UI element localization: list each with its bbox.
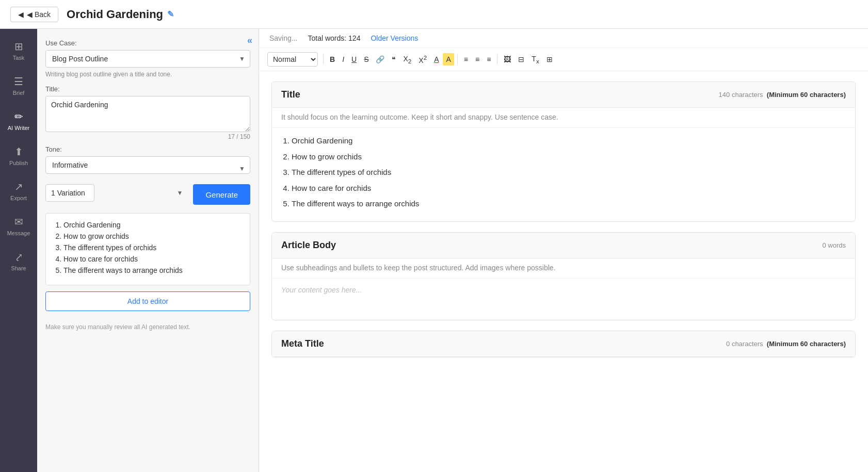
share-label: Share (11, 265, 26, 271)
superscript-button[interactable]: X2 (415, 52, 430, 67)
title-char-info: 140 characters (Minimum 60 characters) (719, 91, 846, 99)
task-label: Task (13, 55, 25, 61)
page-title: Orchid Gardening ✎ (67, 8, 174, 21)
article-body-hint: Use subheadings and bullets to keep the … (272, 258, 855, 279)
saving-indicator: Saving... (269, 34, 297, 42)
article-body-section: Article Body 0 words Use subheadings and… (271, 232, 856, 320)
collapse-button[interactable]: « (247, 35, 252, 46)
sidebar-item-publish[interactable]: ⬆ Publish (0, 139, 37, 172)
article-body-title: Article Body (281, 240, 336, 251)
list-item: The different ways to arrange orchids (292, 198, 846, 210)
share-icon: ⤤ (14, 251, 23, 263)
ai-writer-icon: ✏ (14, 110, 23, 123)
left-panel: « Use Case: Blog Post Outline Article So… (37, 29, 259, 472)
list-item: How to grow orchids (63, 232, 242, 240)
list-item: The different types of orchids (63, 243, 242, 252)
topbar: ◀ ◀ Back Orchid Gardening ✎ (0, 0, 868, 29)
use-case-description: Writing blog post outline given a title … (45, 71, 250, 78)
insert-button[interactable]: ⊞ (543, 53, 556, 66)
title-input[interactable]: Orchid Gardening (45, 96, 250, 132)
sidebar-item-share[interactable]: ⤤ Share (0, 245, 37, 278)
generate-row: 1 Variation 2 Variations 3 Variations ▼ … (45, 184, 250, 205)
add-to-editor-button[interactable]: Add to editor (45, 291, 250, 311)
toolbar-divider-3 (497, 54, 497, 64)
ordered-list-button[interactable]: ≡ (461, 53, 471, 66)
toolbar-divider (323, 54, 324, 64)
use-case-wrapper: Blog Post Outline Article Social Post Em… (45, 50, 250, 68)
bold-button[interactable]: B (327, 53, 338, 66)
title-section: Title 140 characters (Minimum 60 charact… (271, 82, 856, 222)
back-button[interactable]: ◀ ◀ Back (10, 7, 58, 22)
variation-arrow-icon: ▼ (177, 189, 183, 197)
generate-button[interactable]: Generate (193, 184, 250, 205)
list-item: How to grow orchids (292, 151, 846, 163)
clear-format-button[interactable]: Tx (528, 53, 542, 67)
article-body-content[interactable]: Your content goes here... (272, 279, 855, 320)
article-body-header: Article Body 0 words (272, 233, 855, 258)
editor-area: Saving... Total words: 124 Older Version… (259, 29, 868, 472)
sidebar-item-message[interactable]: ✉ Message (0, 209, 37, 242)
ai-writer-label: AI Writer (8, 125, 30, 131)
title-field-label: Title: (45, 85, 250, 93)
export-icon: ↗ (14, 181, 23, 193)
font-color-button[interactable]: A (431, 53, 442, 66)
back-label: ◀ Back (27, 10, 51, 19)
back-icon: ◀ (18, 10, 24, 19)
highlight-button[interactable]: A (443, 53, 454, 66)
link-button[interactable]: 🔗 (373, 53, 388, 66)
message-label: Message (7, 230, 30, 236)
tone-select[interactable]: Informative Professional Casual Persuasi… (45, 156, 250, 174)
task-icon: ⊞ (14, 40, 23, 53)
list-item: Orchid Gardening (292, 135, 846, 147)
sidebar-item-task[interactable]: ⊞ Task (0, 34, 37, 67)
meta-title-header: Meta Title 0 characters (Minimum 60 char… (272, 331, 855, 357)
list-item: The different ways to arrange orchids (63, 266, 242, 274)
publish-label: Publish (9, 160, 28, 166)
unordered-list-button[interactable]: ≡ (472, 53, 483, 66)
main-layout: ⊞ Task ☰ Brief ✏ AI Writer ⬆ Publish ↗ E… (0, 29, 868, 472)
older-versions-link[interactable]: Older Versions (371, 34, 418, 42)
tone-wrapper: Informative Professional Casual Persuasi… (45, 156, 250, 181)
sidebar-item-export[interactable]: ↗ Export (0, 174, 37, 207)
generated-list: Orchid Gardening How to grow orchids The… (54, 221, 242, 274)
brief-label: Brief (13, 90, 25, 96)
list-item: The different types of orchids (292, 167, 846, 178)
underline-button[interactable]: U (348, 53, 360, 66)
edit-title-icon[interactable]: ✎ (167, 9, 174, 19)
title-section-body[interactable]: Orchid Gardening How to grow orchids The… (272, 128, 855, 221)
word-count: Total words: 124 (308, 34, 360, 42)
publish-icon: ⬆ (14, 145, 23, 158)
use-case-label: Use Case: (45, 39, 250, 47)
align-button[interactable]: ≡ (484, 53, 494, 66)
title-section-title: Title (281, 89, 300, 100)
italic-button[interactable]: I (339, 53, 347, 66)
title-char-count: 17 / 150 (45, 133, 250, 140)
subscript-button[interactable]: X2 (400, 53, 414, 67)
list-item: How to care for orchids (292, 183, 846, 194)
message-icon: ✉ (14, 216, 23, 228)
title-list: Orchid Gardening How to grow orchids The… (281, 135, 846, 210)
title-section-header: Title 140 characters (Minimum 60 charact… (272, 82, 855, 108)
variation-select[interactable]: 1 Variation 2 Variations 3 Variations (45, 184, 94, 202)
meta-title-title: Meta Title (281, 338, 324, 349)
sidebar-item-brief[interactable]: ☰ Brief (0, 69, 37, 102)
disclaimer-text: Make sure you manually review all AI gen… (45, 323, 250, 331)
quote-button[interactable]: ❝ (389, 53, 399, 66)
sidebar-nav: ⊞ Task ☰ Brief ✏ AI Writer ⬆ Publish ↗ E… (0, 29, 37, 472)
editor-topbar: Saving... Total words: 124 Older Version… (259, 29, 868, 48)
meta-title-section: Meta Title 0 characters (Minimum 60 char… (271, 331, 856, 357)
tone-field-label: Tone: (45, 145, 250, 153)
format-select[interactable]: Normal Heading 1 Heading 2 Heading 3 (267, 52, 318, 67)
toolbar-divider-2 (457, 54, 458, 64)
list-item: How to care for orchids (63, 255, 242, 263)
variation-wrapper: 1 Variation 2 Variations 3 Variations ▼ (45, 184, 188, 202)
sidebar-item-ai-writer[interactable]: ✏ AI Writer (0, 104, 37, 137)
meta-title-char-info: 0 characters (Minimum 60 characters) (726, 340, 846, 348)
table-button[interactable]: ⊟ (515, 53, 527, 66)
image-button[interactable]: 🖼 (501, 53, 514, 66)
page-title-text: Orchid Gardening (67, 8, 163, 21)
editor-content: Title 140 characters (Minimum 60 charact… (259, 71, 868, 368)
strikethrough-button[interactable]: S (361, 53, 372, 66)
use-case-select[interactable]: Blog Post Outline Article Social Post Em… (45, 50, 250, 68)
editor-toolbar: Normal Heading 1 Heading 2 Heading 3 B I… (259, 48, 868, 71)
